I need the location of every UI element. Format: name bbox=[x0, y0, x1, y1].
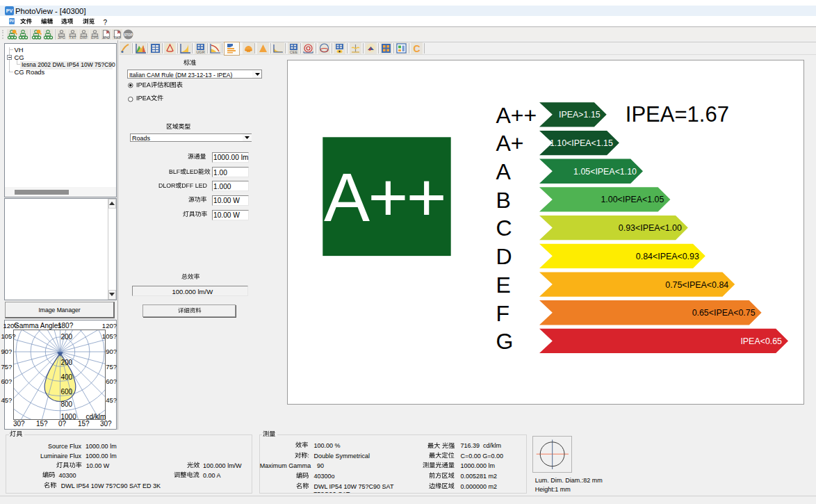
svg-text:STOP: STOP bbox=[124, 33, 132, 37]
svg-text:B: B bbox=[496, 188, 511, 213]
svg-text:C: C bbox=[496, 216, 512, 241]
svg-text:IPEA>1.15: IPEA>1.15 bbox=[559, 110, 601, 120]
svg-text:CEE: CEE bbox=[289, 50, 297, 54]
svg-text:A++: A++ bbox=[496, 103, 537, 128]
svg-text:DXF: DXF bbox=[80, 35, 88, 40]
svg-text:A++: A++ bbox=[324, 158, 445, 236]
svg-text:E: E bbox=[496, 273, 511, 298]
svg-text:TXT: TXT bbox=[69, 35, 76, 40]
svg-text:JPG: JPG bbox=[102, 35, 110, 40]
svg-text:1.00<IPEA<1.05: 1.00<IPEA<1.05 bbox=[601, 195, 664, 204]
svg-text:JPG: JPG bbox=[58, 35, 65, 40]
svg-text:C: C bbox=[413, 43, 420, 54]
svg-text:G: G bbox=[496, 329, 514, 354]
svg-text:0.65<IPEA<0.75: 0.65<IPEA<0.75 bbox=[692, 308, 756, 318]
svg-text:IPEA<0.65: IPEA<0.65 bbox=[740, 336, 782, 346]
svg-text:1.05<IPEA<1.10: 1.05<IPEA<1.10 bbox=[573, 167, 637, 177]
svg-text:D: D bbox=[496, 244, 512, 269]
svg-text:TXT: TXT bbox=[114, 35, 122, 40]
svg-text:1.10<IPEA<1.15: 1.10<IPEA<1.15 bbox=[550, 138, 613, 148]
svg-text:0.93<IPEA<1.00: 0.93<IPEA<1.00 bbox=[619, 223, 682, 233]
svg-text:UGR: UGR bbox=[196, 50, 204, 54]
svg-text:A+: A+ bbox=[496, 131, 524, 156]
svg-text:0.84<IPEA<0.93: 0.84<IPEA<0.93 bbox=[636, 252, 699, 261]
svg-text:A: A bbox=[496, 159, 512, 184]
svg-text:IPEA=1.67: IPEA=1.67 bbox=[626, 102, 729, 127]
svg-text:F: F bbox=[496, 301, 510, 326]
svg-text:EPS: EPS bbox=[91, 35, 99, 40]
svg-text:0.75<IPEA<0.84: 0.75<IPEA<0.84 bbox=[665, 280, 728, 290]
